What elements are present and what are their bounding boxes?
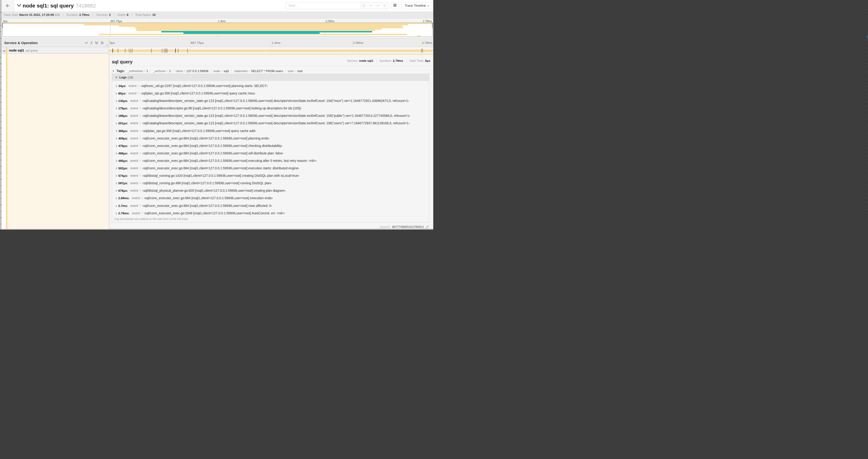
log-timestamp: 176μs:: [118, 107, 130, 110]
collapse-all-icon[interactable]: [95, 41, 98, 44]
log-value: ‹sql/catalog/lease/descriptor_version_st…: [142, 114, 410, 118]
log-timestamp: 142μs:: [118, 99, 130, 103]
expand-all-icon[interactable]: [100, 41, 104, 44]
log-line: 80μs:event=‹sql/plan_opt.go:358 [nsql1,c…: [118, 90, 428, 97]
detail-info-item: Service:node sql1: [347, 59, 373, 63]
log-row[interactable]: 201μs:event=‹sql/catalog/lease/descripto…: [112, 120, 429, 127]
log-line: 486μs:event=‹sql/conn_executor_exec.go:6…: [118, 150, 428, 157]
tag-value: sql1: [223, 69, 229, 73]
summary-item-label: Services: [96, 13, 109, 17]
jaeger-trace-page: node sql1: sql query7418682 ⌘ Trace Time…: [1, 0, 434, 230]
equals-sign: =: [138, 107, 142, 110]
log-row[interactable]: 2.79ms:event=‹sql/conn_executor_exec.go:…: [112, 210, 429, 217]
log-timestamp: 2.69ms:: [118, 196, 132, 200]
log-key: event: [130, 174, 138, 177]
span-row-border: [1, 53, 434, 54]
equals-sign: =: [138, 144, 142, 147]
minimap-scrubber-right[interactable]: [432, 23, 433, 28]
keyboard-shortcuts-button[interactable]: ⌘: [391, 2, 399, 9]
tag-value: 1: [169, 69, 171, 73]
expand-one-icon[interactable]: [90, 41, 93, 44]
span-log-marker[interactable]: [165, 48, 165, 53]
span-log-marker[interactable]: [178, 48, 178, 53]
span-log-marker[interactable]: [167, 48, 167, 53]
log-row[interactable]: 597μs:event=‹sql/distsql_running.go:498 …: [112, 179, 429, 187]
log-timestamp: 189μs:: [118, 114, 130, 118]
log-line: 2.69ms:event=‹sql/conn_executor_exec.go:…: [118, 195, 428, 202]
trace-view-select[interactable]: Trace Timeline: [401, 2, 432, 9]
log-row[interactable]: 502μs:event=‹sql/conn_executor_exec.go:6…: [112, 165, 429, 172]
span-log-marker[interactable]: [132, 48, 132, 53]
logs-label: Logs: [120, 75, 127, 79]
equals-sign: =: [294, 69, 298, 73]
log-row[interactable]: 486μs:event=‹sql/conn_executor_exec.go:6…: [112, 150, 429, 157]
log-line: 201μs:event=‹sql/catalog/lease/descripto…: [118, 120, 428, 127]
log-row[interactable]: 176μs:event=‹sql/catalog/descs/descripto…: [112, 105, 429, 112]
log-key: event: [130, 144, 138, 147]
tags-accordian[interactable]: Tags: _unfinished=1_verbose=1client=127.…: [112, 68, 303, 74]
tag-key: _verbose: [153, 69, 165, 73]
ruler-tick-label: 1.4ms: [272, 39, 280, 47]
logs-accordian-header[interactable]: Logs (18): [112, 74, 429, 81]
span-id-label: SpanID:: [380, 225, 392, 229]
focus-aim-icon[interactable]: [362, 4, 366, 7]
log-row[interactable]: 34μs:event=‹sql/exec_util.go:2297 [nsql1…: [112, 82, 429, 90]
log-line: 495μs:event=‹sql/conn_executor_exec.go:6…: [118, 157, 428, 165]
next-result-icon[interactable]: [376, 4, 380, 7]
log-row[interactable]: 2.7ms:event=‹sql/conn_executor_exec.go:6…: [112, 202, 429, 210]
span-id-value: 4877749850101760812: [392, 225, 424, 229]
summary-item-value: 2: [109, 13, 111, 17]
span-collapse-chevron-icon[interactable]: [2, 49, 6, 52]
equals-sign: =: [138, 152, 142, 155]
tags-chevron-right-icon: [112, 70, 115, 72]
log-row[interactable]: 678μs:event=‹sql/distsql_physical_planne…: [112, 187, 429, 195]
detail-info-value: 0μs: [425, 59, 430, 63]
minimap-canvas[interactable]: [2, 23, 433, 37]
log-chevron-right-icon: [115, 205, 118, 207]
log-row[interactable]: 2.69ms:event=‹sql/conn_executor_exec.go:…: [112, 195, 429, 202]
span-log-marker[interactable]: [166, 48, 166, 53]
log-row[interactable]: 366μs:event=‹sql/plan_opt.go:358 [nsql1,…: [112, 127, 429, 135]
tag-item: statement=SELECT * FROM users: [231, 69, 283, 73]
trace-id: 7418682: [74, 3, 96, 9]
log-line: 597μs:event=‹sql/distsql_running.go:498 …: [118, 179, 428, 187]
span-log-marker[interactable]: [125, 48, 125, 53]
header-collapse-chevron-icon[interactable]: [17, 4, 22, 7]
span-service-name[interactable]: node sql1: [9, 47, 24, 54]
deep-link-icon[interactable]: [426, 225, 429, 229]
minimap-scrubber-left[interactable]: [2, 23, 3, 28]
span-log-marker[interactable]: [187, 48, 188, 53]
equals-sign: =: [138, 129, 142, 133]
span-log-marker[interactable]: [423, 48, 423, 53]
log-key: event: [132, 211, 140, 215]
detail-timeline-column: sql query Service:node sql1Duration:2.79…: [109, 54, 433, 229]
log-row[interactable]: 142μs:event=‹sql/catalog/lease/descripto…: [112, 97, 429, 105]
log-row[interactable]: 189μs:event=‹sql/catalog/lease/descripto…: [112, 112, 429, 120]
tag-key: client: [176, 69, 183, 73]
span-log-marker[interactable]: [164, 48, 164, 53]
log-row[interactable]: 459μs:event=‹sql/conn_executor_exec.go:6…: [112, 135, 429, 142]
prev-result-icon[interactable]: [369, 4, 373, 7]
span-log-marker[interactable]: [129, 48, 129, 53]
find-input[interactable]: [286, 2, 360, 9]
ruler-gridline: [352, 39, 352, 47]
summary-item-label: Trace Start: [3, 13, 19, 17]
log-timestamp: 574μs:: [118, 174, 130, 177]
collapse-one-icon[interactable]: [85, 41, 88, 44]
summary-item: Duration2.79ms: [63, 13, 89, 17]
clear-find-icon[interactable]: [383, 4, 386, 7]
tag-item: node=sql1: [211, 69, 229, 73]
log-chevron-right-icon: [115, 212, 118, 215]
span-log-marker[interactable]: [175, 48, 176, 53]
log-row[interactable]: 574μs:event=‹sql/distsql_running.go:1420…: [112, 172, 429, 179]
log-line: 2.7ms:event=‹sql/conn_executor_exec.go:6…: [118, 202, 428, 210]
select-chevron-down-icon: [427, 5, 430, 7]
log-row[interactable]: 495μs:event=‹sql/conn_executor_exec.go:6…: [112, 157, 429, 165]
log-key: event: [130, 99, 138, 103]
log-row[interactable]: 80μs:event=‹sql/plan_opt.go:358 [nsql1,c…: [112, 90, 429, 97]
span-detail-row: sql query Service:node sql1Duration:2.79…: [1, 54, 434, 229]
back-button[interactable]: [1, 0, 14, 11]
command-icon: ⌘: [393, 3, 397, 8]
log-row[interactable]: 476μs:event=‹sql/conn_executor_exec.go:6…: [112, 142, 429, 150]
equals-sign: =: [183, 69, 186, 73]
